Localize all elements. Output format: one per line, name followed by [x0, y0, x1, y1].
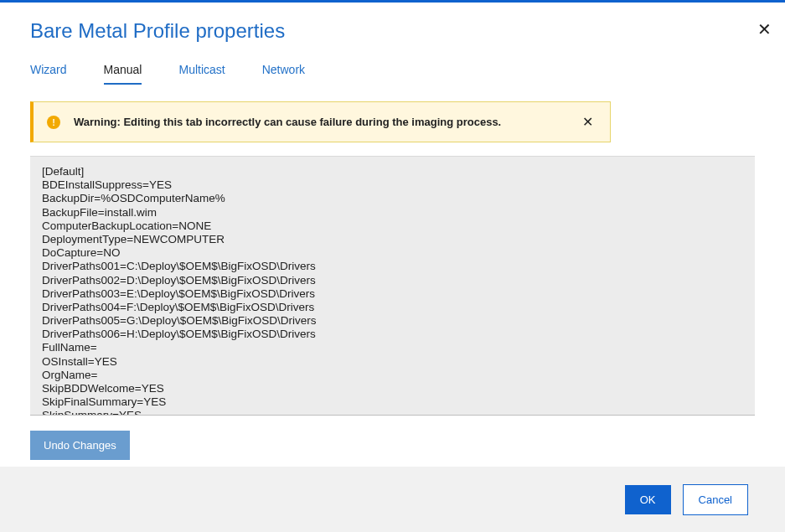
warning-close-icon[interactable]: ✕: [579, 114, 596, 130]
warning-banner: ! Warning: Editing this tab incorrectly …: [30, 101, 611, 142]
tab-manual[interactable]: Manual: [104, 63, 142, 85]
undo-row: Undo Changes: [30, 431, 755, 460]
dialog-footer: OK Cancel: [0, 467, 785, 532]
tab-network[interactable]: Network: [262, 63, 305, 85]
undo-changes-button[interactable]: Undo Changes: [30, 431, 130, 460]
config-editor[interactable]: [30, 156, 755, 416]
dialog-title: Bare Metal Profile properties: [30, 19, 285, 43]
tab-wizard[interactable]: Wizard: [30, 63, 67, 85]
warning-text: Warning: Editing this tab incorrectly ca…: [74, 116, 566, 128]
dialog-body: Bare Metal Profile properties ✕ Wizard M…: [0, 3, 785, 460]
close-icon[interactable]: ✕: [757, 19, 772, 39]
editor-container: [30, 156, 755, 419]
dialog-header: Bare Metal Profile properties ✕: [30, 3, 755, 43]
tab-multicast[interactable]: Multicast: [178, 63, 225, 85]
cancel-button[interactable]: Cancel: [683, 484, 748, 515]
ok-button[interactable]: OK: [625, 485, 671, 514]
tab-bar: Wizard Manual Multicast Network: [30, 63, 755, 85]
warning-icon: !: [47, 116, 60, 129]
